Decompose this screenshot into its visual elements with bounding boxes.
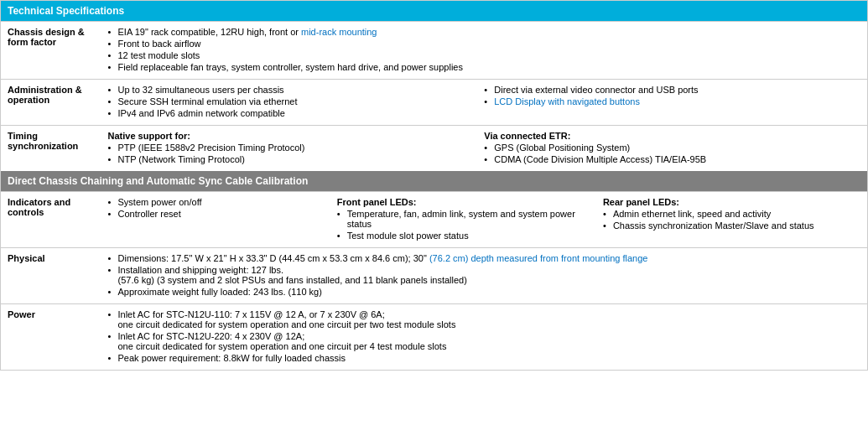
indicators-item-2: Controller reset: [108, 209, 329, 219]
chassis-content: EIA 19" rack compatible, 12RU high, fron…: [101, 22, 868, 80]
power-item-3: Peak power requirement: 8.8kW for fully …: [108, 353, 861, 363]
rear-panel-label: Rear panel LEDs:: [603, 197, 860, 207]
chassis-item-1: EIA 19" rack compatible, 12RU high, fron…: [108, 27, 861, 37]
admin-item-5: LCD Display with navigated buttons: [484, 96, 860, 106]
indicators-item-1: System power on/off: [108, 197, 329, 207]
timing-item-1: PTP (IEEE 1588v2 Precision Timing Protoc…: [108, 143, 485, 153]
timing-item-4: CDMA (Code Division Multiple Access) TIA…: [484, 154, 860, 164]
chassis-item-4: Field replaceable fan trays, system cont…: [108, 62, 861, 72]
admin-item-3: IPv4 and IPv6 admin network compatible: [108, 108, 485, 118]
timing-label: Timingsynchronization: [1, 126, 101, 172]
front-panel-item-1: Temperature, fan, admin link, system and…: [337, 209, 595, 229]
timing-left-label: Native support for:: [108, 131, 485, 141]
power-item-1: Inlet AC for STC-N12U-110: 7 x 115V @ 12…: [108, 309, 861, 329]
timing-right-label: Via connected ETR:: [484, 131, 860, 141]
main-header: Technical Specifications: [1, 1, 868, 22]
chassis-item-3: 12 test module slots: [108, 50, 861, 60]
timing-item-2: NTP (Network Timing Protocol): [108, 154, 485, 164]
admin-item-1: Up to 32 simultaneous users per chassis: [108, 85, 485, 95]
chassis-item-2: Front to back airflow: [108, 39, 861, 49]
rear-panel-item-1: Admin ethernet link, speed and activity: [603, 209, 860, 219]
chaining-header-text: Direct Chassis Chaining and Automatic Sy…: [8, 175, 308, 187]
indicators-content: System power on/off Controller reset Fro…: [101, 192, 868, 248]
physical-item-3: Approximate weight fully loaded: 243 lbs…: [108, 287, 861, 297]
front-panel-label: Front panel LEDs:: [337, 197, 595, 207]
physical-item-1: Dimensions: 17.5" W x 21" H x 33.3" D (4…: [108, 253, 861, 263]
power-label: Power: [1, 304, 101, 371]
timing-content: Native support for: PTP (IEEE 1588v2 Pre…: [101, 126, 868, 172]
physical-label: Physical: [1, 248, 101, 304]
rear-panel-item-2: Chassis synchronization Master/Slave and…: [603, 220, 860, 231]
physical-item-2: Installation and shipping weight: 127 lb…: [108, 265, 861, 285]
specs-table: Technical Specifications Chassis design …: [0, 0, 868, 371]
admin-label: Administration &operation: [1, 80, 101, 126]
power-item-2: Inlet AC for STC-N12U-220: 4 x 230V @ 12…: [108, 331, 861, 351]
chaining-header: Direct Chassis Chaining and Automatic Sy…: [1, 171, 868, 192]
admin-content: Up to 32 simultaneous users per chassis …: [101, 80, 868, 126]
timing-item-3: GPS (Global Positioning System): [484, 143, 860, 153]
chassis-label: Chassis design &form factor: [1, 22, 101, 80]
power-content: Inlet AC for STC-N12U-110: 7 x 115V @ 12…: [101, 304, 868, 371]
physical-content: Dimensions: 17.5" W x 21" H x 33.3" D (4…: [101, 248, 868, 304]
header-title: Technical Specifications: [8, 5, 124, 17]
front-panel-item-2: Test module slot power status: [337, 231, 595, 241]
admin-item-4: Direct via external video connector and …: [484, 85, 860, 95]
indicators-label: Indicators andcontrols: [1, 192, 101, 248]
admin-item-2: Secure SSH terminal emulation via ethern…: [108, 96, 485, 106]
